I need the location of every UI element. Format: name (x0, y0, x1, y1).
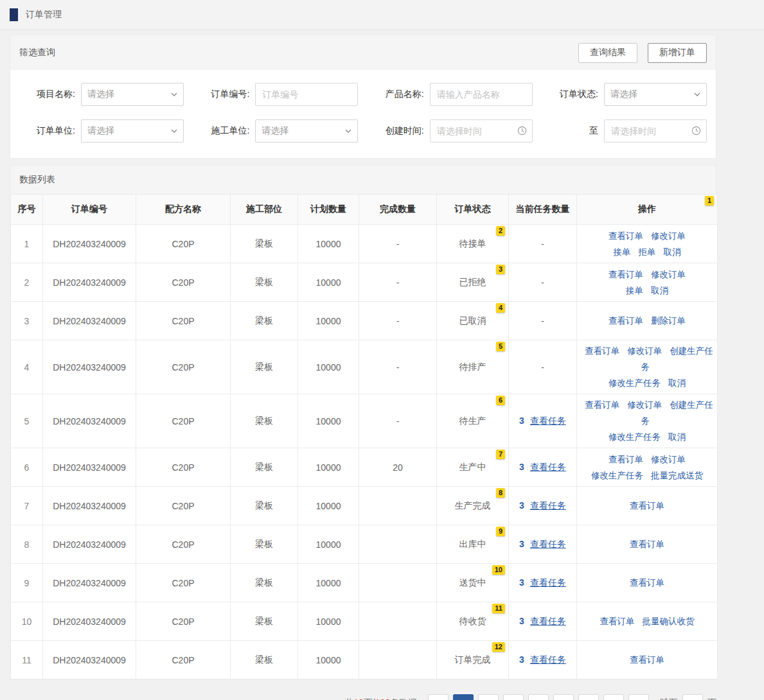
action-link[interactable]: 拒单 (639, 247, 656, 257)
action-line: 查看订单 (577, 498, 717, 514)
action-link[interactable]: 修改订单 (651, 270, 686, 279)
project-name-select[interactable]: 请选择 (81, 83, 184, 106)
view-task-link[interactable]: 查看任务 (530, 654, 566, 665)
page-button[interactable]: 1 (453, 694, 474, 700)
action-line: 查看订单 (577, 575, 717, 591)
order-number-input[interactable] (255, 83, 358, 106)
page-button[interactable]: 3 (503, 694, 524, 700)
action-link[interactable]: 查看订单 (600, 617, 635, 626)
action-link[interactable]: 查看订单 (585, 400, 619, 410)
action-link[interactable]: 取消 (651, 286, 668, 295)
action-link[interactable]: 查看订单 (609, 455, 643, 464)
action-line: 接单拒单取消 (577, 244, 717, 260)
status-step-badge: 11 (492, 604, 505, 613)
order-status-text: 待接单 (459, 238, 486, 249)
action-link[interactable]: 接单 (614, 247, 631, 257)
view-task-link[interactable]: 查看任务 (530, 539, 566, 549)
formula-name-cell: C20P (136, 602, 231, 641)
action-link[interactable]: 修改订单 (651, 231, 686, 241)
action-line: 查看订单 (577, 536, 717, 552)
order-number-field: 订单编号: (193, 83, 358, 106)
action-link[interactable]: 查看订单 (609, 270, 643, 279)
table-row: 6DH202403240009C20P梁板10000207生产中3查看任务查看订… (11, 448, 718, 487)
completed-qty-cell (359, 602, 437, 641)
construction-part-cell: 梁板 (231, 340, 298, 394)
page-button[interactable]: 2 (478, 694, 499, 700)
action-link[interactable]: 批量完成送货 (651, 471, 703, 480)
action-link[interactable]: 修改订单 (627, 346, 662, 356)
task-count-cell: - (509, 302, 577, 340)
action-link[interactable]: 查看订单 (630, 539, 664, 549)
action-link[interactable]: 接单 (626, 286, 643, 295)
action-link[interactable]: 修改订单 (627, 400, 662, 410)
actions-cell: 查看订单 (577, 487, 718, 525)
action-line: 查看订单批量确认收货 (577, 613, 717, 629)
view-task-link[interactable]: 查看任务 (530, 577, 566, 588)
view-task-link[interactable]: 查看任务 (530, 462, 566, 472)
action-link[interactable]: 取消 (668, 378, 686, 388)
row-index-cell: 4 (11, 340, 43, 394)
task-count: 3 (519, 654, 524, 665)
action-link[interactable]: 查看订单 (585, 346, 619, 356)
product-name-input[interactable] (430, 83, 533, 106)
planned-qty-cell: 10000 (298, 263, 359, 302)
action-link[interactable]: 修改订单 (651, 455, 686, 464)
action-line: 查看订单修改订单创建生产任务 (577, 343, 717, 375)
row-index-cell: 1 (11, 225, 43, 263)
order-number-cell: DH202403240009 (43, 525, 136, 564)
chevron-down-icon (694, 92, 700, 96)
action-link[interactable]: 查看订单 (609, 231, 643, 241)
chevron-down-icon (345, 129, 351, 133)
page-button[interactable]: 4 (528, 694, 549, 700)
action-link[interactable]: 修改生产任务 (609, 378, 661, 388)
view-task-link[interactable]: 查看任务 (530, 500, 566, 511)
action-link[interactable]: 查看订单 (630, 501, 664, 511)
query-results-button[interactable]: 查询结果 (578, 43, 637, 63)
action-link[interactable]: 取消 (668, 432, 686, 442)
action-link[interactable]: 修改生产任务 (609, 432, 661, 442)
task-count-cell: 3查看任务 (509, 602, 577, 641)
completed-qty-cell (359, 564, 437, 602)
order-status-cell: 4已取消 (437, 302, 509, 340)
order-number-cell: DH202403240009 (43, 487, 136, 525)
action-link[interactable]: 修改生产任务 (591, 471, 643, 480)
next-page-button[interactable]: › (628, 694, 649, 700)
action-link[interactable]: 查看订单 (609, 316, 643, 326)
order-status-text: 待收货 (459, 616, 486, 626)
task-count: 3 (519, 616, 524, 626)
view-task-link[interactable]: 查看任务 (530, 416, 566, 426)
col-order-number: 订单编号 (43, 195, 136, 225)
header-step-badge: 1 (705, 196, 714, 206)
action-link[interactable]: 删除订单 (651, 316, 686, 326)
filter-panel-header: 筛选查询 查询结果 新增订单 (10, 35, 716, 70)
page-ellipsis[interactable]: … (578, 694, 599, 700)
action-link[interactable]: 批量确认收货 (643, 617, 695, 626)
table-row: 11DH202403240009C20P梁板1000012订单完成3查看任务查看… (11, 641, 718, 679)
actions-cell: 查看订单修改订单创建生产任务修改生产任务取消 (577, 340, 718, 394)
construction-unit-select[interactable]: 请选择 (255, 119, 358, 143)
task-count-cell: 3查看任务 (509, 564, 577, 602)
task-count: 3 (519, 577, 524, 588)
order-status-cell: 11待收货 (437, 602, 509, 641)
status-step-badge: 7 (496, 450, 505, 459)
order-status-select[interactable]: 请选择 (604, 83, 707, 106)
add-order-button[interactable]: 新增订单 (648, 43, 707, 63)
action-link[interactable]: 取消 (664, 247, 681, 257)
jump-page-input[interactable] (682, 694, 703, 700)
view-task-link[interactable]: 查看任务 (530, 616, 566, 626)
task-count-cell: - (509, 225, 577, 263)
action-line: 查看订单 (577, 652, 717, 668)
order-number-label: 订单编号: (193, 89, 255, 100)
page-button[interactable]: 50 (603, 694, 624, 700)
clock-icon (691, 126, 701, 136)
product-name-label: 产品名称: (368, 89, 430, 100)
formula-name-cell: C20P (136, 263, 231, 302)
action-link[interactable]: 查看订单 (630, 655, 664, 665)
planned-qty-cell: 10000 (298, 448, 359, 487)
action-link[interactable]: 查看订单 (630, 578, 664, 588)
page-button[interactable]: 5 (553, 694, 574, 700)
order-status-cell: 6待生产 (437, 394, 509, 448)
order-unit-select[interactable]: 请选择 (81, 119, 184, 143)
prev-page-button[interactable]: ‹ (428, 694, 449, 700)
row-index-cell: 10 (11, 602, 43, 641)
